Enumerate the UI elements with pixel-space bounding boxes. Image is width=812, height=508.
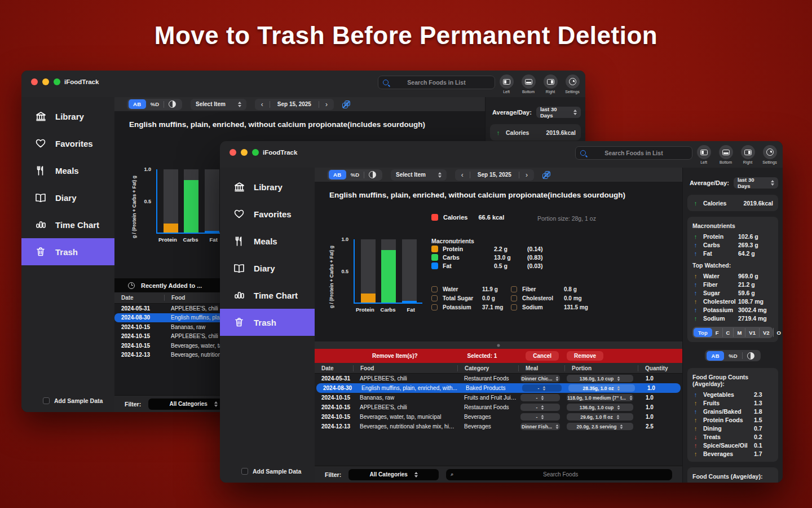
ab-toggle[interactable]: AB xyxy=(329,170,346,179)
average-range-dropdown[interactable]: last 30 Days xyxy=(734,177,778,189)
toggle-right-panel-button[interactable]: Right xyxy=(542,75,559,94)
minimize-button[interactable] xyxy=(241,149,248,156)
watch-tab-f[interactable]: F xyxy=(712,328,722,337)
table-row[interactable]: 2024-10-15 Bananas, raw Fruits and Fruit… xyxy=(315,393,682,402)
trend-icon xyxy=(692,290,699,296)
sidebar-item-meals[interactable]: Meals xyxy=(220,227,315,255)
sidebar-item-diary[interactable]: Diary xyxy=(21,184,114,211)
sidebar-item-trash[interactable]: Trash xyxy=(220,309,315,336)
zoom-button[interactable] xyxy=(252,149,259,156)
settings-button[interactable]: Settings xyxy=(761,145,778,164)
add-sample-data-checkbox[interactable]: Add Sample Data xyxy=(220,468,315,475)
category-filter-dropdown[interactable]: All Categories xyxy=(348,469,439,480)
search-input[interactable] xyxy=(389,79,495,86)
meal-dropdown[interactable]: - xyxy=(520,413,560,421)
column-header-category[interactable]: Category xyxy=(457,365,518,371)
column-header-meal[interactable]: Meal xyxy=(518,365,564,371)
select-item-dropdown[interactable]: Select Item xyxy=(391,169,447,181)
search-foods-in-list-field[interactable] xyxy=(575,146,692,160)
contrast-toggle-icon[interactable] xyxy=(369,171,376,178)
next-day-button[interactable]: › xyxy=(319,100,334,108)
trend-icon xyxy=(692,250,699,257)
sidebar-item-library[interactable]: Library xyxy=(220,173,315,200)
sidebar-item-library[interactable]: Library xyxy=(21,103,114,130)
table-row[interactable]: 2024-12-13 Beverages, nutritional shake … xyxy=(315,422,682,431)
close-button[interactable] xyxy=(230,149,236,156)
table-row[interactable]: 2024-10-15 Beverages, water, tap, munici… xyxy=(315,412,682,422)
sidebar-item-time-chart[interactable]: Time Chart xyxy=(21,211,114,238)
contrast-toggle-icon[interactable] xyxy=(747,352,754,360)
watch-tab-top[interactable]: Top xyxy=(694,328,712,337)
meal-dropdown[interactable]: Dinner Chic... xyxy=(520,375,560,382)
ab-toggle[interactable]: AB xyxy=(129,99,146,109)
watch-checkbox-icon[interactable] xyxy=(511,295,517,301)
watch-checkbox-icon[interactable] xyxy=(431,304,438,310)
meal-dropdown[interactable]: - xyxy=(520,394,560,401)
sidebar-item-favorites[interactable]: Favorites xyxy=(220,200,315,227)
watch-tab-m[interactable]: M xyxy=(733,328,745,337)
toggle-bottom-panel-button[interactable]: Bottom xyxy=(717,145,734,164)
next-day-button[interactable]: › xyxy=(519,171,534,179)
watch-checkbox-icon[interactable] xyxy=(511,304,517,310)
close-button[interactable] xyxy=(31,78,38,85)
portion-dropdown[interactable]: 28.35g, 1.0 oz xyxy=(568,384,635,392)
cancel-button[interactable]: Cancel xyxy=(526,351,559,361)
watch-checkbox-icon[interactable] xyxy=(511,286,517,292)
table-row[interactable]: 2024-10-15 APPLEBEE'S, chili Restaurant … xyxy=(315,402,682,412)
watch-checkbox-icon[interactable] xyxy=(431,286,438,292)
toggle-bottom-panel-button[interactable]: Bottom xyxy=(520,75,537,94)
meal-dropdown[interactable]: Dinner Fish... xyxy=(520,423,560,430)
sidebar-item-time-chart[interactable]: Time Chart xyxy=(220,282,315,309)
meal-dropdown[interactable]: - xyxy=(522,384,562,392)
table-row-selected[interactable]: 2024-08-30 English muffins, plain, enric… xyxy=(316,383,681,393)
footer-search-field[interactable]: ⌕ xyxy=(446,469,672,480)
portion-dropdown[interactable]: 136.0g, 1.0 cup xyxy=(567,375,633,382)
search-foods-in-list-field[interactable] xyxy=(378,76,495,89)
date-display[interactable]: Sep 15, 2025 xyxy=(270,101,319,108)
select-item-dropdown[interactable]: Select Item xyxy=(191,99,246,110)
watch-tab-c[interactable]: C xyxy=(722,328,734,337)
settings-button[interactable]: Settings xyxy=(564,75,581,94)
prev-day-button[interactable]: ‹ xyxy=(455,171,470,179)
watch-tab-o[interactable]: O xyxy=(773,328,783,337)
column-header-date[interactable]: Date xyxy=(315,365,353,371)
copy-nutrients-icon[interactable] xyxy=(342,100,350,108)
search-input[interactable] xyxy=(586,150,692,156)
watch-tab-v2[interactable]: V2 xyxy=(759,328,773,337)
contrast-toggle-icon[interactable] xyxy=(169,100,176,108)
portion-dropdown[interactable]: 118.0g, 1.0 medium (7" t... xyxy=(567,394,633,401)
portion-dropdown[interactable]: 136.0g, 1.0 cup xyxy=(567,404,633,411)
sidebar-item-diary[interactable]: Diary xyxy=(220,255,315,282)
percent-d-toggle[interactable]: %D xyxy=(346,170,364,179)
copy-nutrients-icon[interactable] xyxy=(542,171,550,179)
column-header-quantity[interactable]: Quantity xyxy=(638,365,682,371)
minimize-button[interactable] xyxy=(42,78,49,85)
split-view-divider[interactable] xyxy=(315,341,682,349)
remove-button[interactable]: Remove xyxy=(567,351,603,361)
add-sample-data-checkbox[interactable]: Add Sample Data xyxy=(21,397,114,404)
footer-search-input[interactable] xyxy=(453,471,668,478)
portion-dropdown[interactable]: 20.0g, 2.5 serving xyxy=(567,423,633,430)
sidebar-item-meals[interactable]: Meals xyxy=(21,157,114,184)
ab-toggle[interactable]: AB xyxy=(707,351,724,361)
watch-checkbox-icon[interactable] xyxy=(431,295,438,301)
nutrition-detail-section: g / (Protein + Carbs + Fat) g 1.00.5 Pro… xyxy=(315,208,682,341)
prev-day-button[interactable]: ‹ xyxy=(255,100,270,108)
toggle-right-panel-button[interactable]: Right xyxy=(739,145,756,164)
portion-dropdown[interactable]: 29.6g, 1.0 fl oz xyxy=(567,413,633,421)
zoom-button[interactable] xyxy=(54,78,60,85)
column-header-date[interactable]: Date xyxy=(114,295,164,301)
column-header-portion[interactable]: Portion xyxy=(564,365,638,371)
percent-d-toggle[interactable]: %D xyxy=(724,351,742,361)
sidebar-item-favorites[interactable]: Favorites xyxy=(21,130,114,157)
watch-tab-v1[interactable]: V1 xyxy=(745,328,759,337)
toggle-left-panel-button[interactable]: Left xyxy=(695,145,712,164)
sidebar-item-trash[interactable]: Trash xyxy=(21,238,114,265)
meal-dropdown[interactable]: - xyxy=(520,404,560,411)
column-header-food[interactable]: Food xyxy=(353,365,457,371)
table-row[interactable]: 2024-05-31 APPLEBEE'S, chili Restaurant … xyxy=(315,374,682,383)
toggle-left-panel-button[interactable]: Left xyxy=(498,75,515,94)
date-display[interactable]: Sep 15, 2025 xyxy=(470,172,519,178)
average-range-dropdown[interactable]: last 30 Days xyxy=(536,107,581,118)
percent-d-toggle[interactable]: %D xyxy=(146,99,164,109)
